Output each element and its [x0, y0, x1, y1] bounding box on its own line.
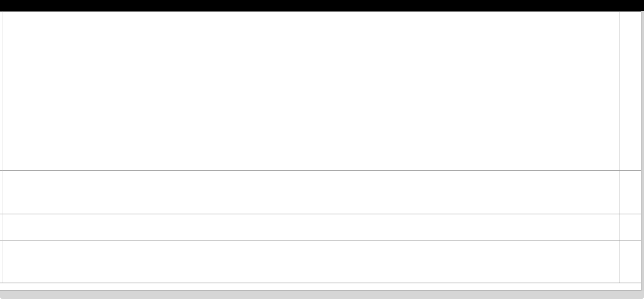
main-stoch-divider [0, 170, 641, 171]
chart-canvas[interactable] [0, 0, 644, 299]
iv-panel-title [3, 215, 10, 221]
titlebar-divider [0, 11, 644, 12]
price-axis-separator [619, 12, 619, 283]
chart-header [3, 13, 15, 19]
volume-panel-title [3, 242, 10, 248]
vol-xaxis-divider [0, 283, 641, 283]
plot-left-border [3, 12, 3, 283]
stochastic-panel-title [3, 171, 12, 177]
cmdtyview-chart-window [0, 0, 644, 299]
iv-vol-divider [0, 240, 641, 241]
stoch-iv-divider [0, 214, 641, 214]
footer-bar [0, 291, 644, 299]
window-right-edge[interactable] [641, 11, 644, 291]
